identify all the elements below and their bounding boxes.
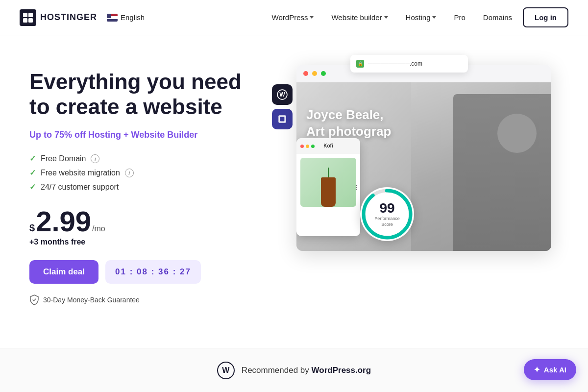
chevron-down-icon xyxy=(432,16,436,19)
svg-rect-3 xyxy=(28,18,33,23)
logo[interactable]: HOSTINGER xyxy=(20,9,97,26)
claim-deal-button[interactable]: Claim deal xyxy=(29,260,98,284)
wordpress-icon[interactable]: W xyxy=(272,84,293,105)
hero-section: Everything you need to create a website … xyxy=(0,35,588,348)
kofi-header: Kofi xyxy=(296,138,360,154)
price-main: $ 2.99 /mo xyxy=(29,207,260,236)
dot-green xyxy=(311,145,315,148)
square-icon[interactable] xyxy=(272,109,293,129)
nav-item-domains[interactable]: Domains xyxy=(476,9,519,25)
performance-score: 99 PerformanceScore xyxy=(360,187,414,241)
language-selector[interactable]: English xyxy=(107,13,145,22)
person-area xyxy=(411,82,551,251)
recommended-text: Recommended by WordPress.org xyxy=(242,366,371,375)
lock-icon: 🔒 xyxy=(356,60,364,68)
features-list: ✓ Free Domain i ✓ Free website migration… xyxy=(29,154,260,192)
feature-label: 24/7 customer support xyxy=(41,183,119,192)
feature-item: ✓ Free website migration i xyxy=(29,168,260,177)
price-period: /mo xyxy=(92,224,105,233)
logo-icon xyxy=(20,9,36,26)
wordpress-logo: W xyxy=(217,362,235,379)
nav-item-website-builder[interactable]: Website builder xyxy=(324,9,394,25)
feature-item: ✓ Free Domain i xyxy=(29,154,260,163)
chevron-down-icon xyxy=(310,16,314,19)
url-bar: 🔒 ──────────.com xyxy=(350,55,468,73)
main-nav: WordPress Website builder Hosting Pro Do… xyxy=(265,7,568,27)
price-block: $ 2.99 /mo +3 months free xyxy=(29,207,260,246)
browser-mockup: Joyce Beale, Art photograp xyxy=(296,65,551,251)
flag-icon xyxy=(107,14,118,22)
dot-red xyxy=(300,145,304,148)
price-number: 2.99 xyxy=(36,207,91,236)
artist-name: Joyce Beale, Art photograp xyxy=(306,107,391,140)
score-ring xyxy=(360,187,414,241)
language-label: English xyxy=(121,13,145,22)
browser-content: Joyce Beale, Art photograp xyxy=(296,82,551,251)
illustration-container: 🔒 ──────────.com W xyxy=(267,55,551,270)
feature-item: ✓ 24/7 customer support xyxy=(29,182,260,192)
svg-rect-1 xyxy=(28,13,33,17)
dot-yellow xyxy=(306,145,309,148)
svg-rect-2 xyxy=(23,18,27,23)
bottom-bar: W Recommended by WordPress.org xyxy=(0,348,588,392)
cta-row: Claim deal 01 : 08 : 36 : 27 xyxy=(29,260,260,284)
browser-close-dot xyxy=(303,71,308,76)
ask-ai-button[interactable]: ✦ Ask AI xyxy=(524,359,576,380)
guarantee-row: 30-Day Money-Back Guarantee xyxy=(29,294,260,305)
ask-ai-label: Ask AI xyxy=(544,366,566,374)
nav-item-wordpress[interactable]: WordPress xyxy=(265,9,321,25)
browser-minimize-dot xyxy=(312,71,317,76)
kofi-body xyxy=(296,154,360,215)
feature-label: Free website migration xyxy=(41,169,120,177)
kofi-name: Kofi xyxy=(323,143,333,148)
url-text: ──────────.com xyxy=(368,60,422,67)
discount-highlight: 75% xyxy=(54,130,72,140)
vase-decoration xyxy=(321,177,336,207)
feature-label: Free Domain xyxy=(41,154,86,163)
shield-icon xyxy=(29,294,39,305)
check-icon: ✓ xyxy=(29,182,36,192)
sidebar-icons: W xyxy=(272,84,293,129)
hero-illustration: 🔒 ──────────.com W xyxy=(260,55,559,348)
svg-point-9 xyxy=(364,191,411,238)
svg-text:W: W xyxy=(279,91,285,98)
sparkle-icon: ✦ xyxy=(534,365,540,374)
nav-item-hosting[interactable]: Hosting xyxy=(399,9,443,25)
price-dollar: $ xyxy=(29,222,35,234)
hero-content: Everything you need to create a website … xyxy=(29,65,260,348)
countdown-timer: 01 : 08 : 36 : 27 xyxy=(105,260,201,284)
login-button[interactable]: Log in xyxy=(523,7,568,27)
header: HOSTINGER English WordPress Website buil… xyxy=(0,0,588,35)
hero-subtitle: Up to 75% off Hosting + Website Builder xyxy=(29,130,260,140)
price-free: +3 months free xyxy=(29,238,260,246)
header-left: HOSTINGER English xyxy=(20,9,145,26)
nav-item-pro[interactable]: Pro xyxy=(447,9,472,25)
svg-rect-0 xyxy=(23,13,27,17)
svg-rect-7 xyxy=(280,117,285,122)
kofi-image xyxy=(300,158,356,207)
kofi-card: Kofi xyxy=(296,138,360,236)
hero-title: Everything you need to create a website xyxy=(29,70,260,119)
info-icon[interactable]: i xyxy=(91,154,99,163)
check-icon: ✓ xyxy=(29,168,36,177)
guarantee-text: 30-Day Money-Back Guarantee xyxy=(43,296,140,304)
check-icon: ✓ xyxy=(29,154,36,163)
chevron-down-icon xyxy=(384,16,388,19)
browser-maximize-dot xyxy=(321,71,326,76)
logo-text: HOSTINGER xyxy=(40,12,97,23)
info-icon[interactable]: i xyxy=(125,169,134,177)
